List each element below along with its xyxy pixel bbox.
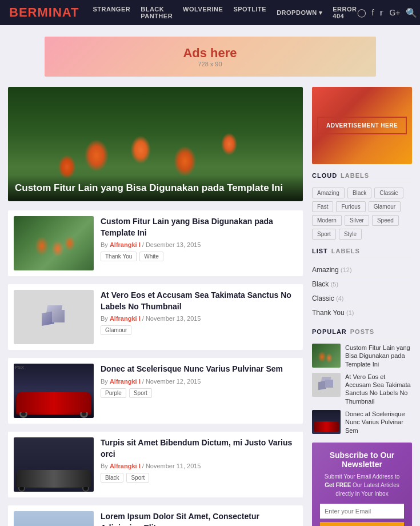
popular-title-rest: POSTS (350, 328, 374, 335)
thumb-car1-img: PSX (14, 364, 94, 418)
list-labels-section: LIST LABELS Amazing (12) Black (5) Class… (312, 248, 412, 320)
post-item: Turpis sit Amet Bibendum Dictum, mi Just… (8, 432, 303, 497)
tag-sport[interactable]: Sport (129, 388, 152, 398)
list-title-word: LIST (312, 248, 328, 254)
post-item: Custom Fitur Lain yang Bisa Digunakan pa… (8, 210, 303, 276)
tag-white[interactable]: White (139, 252, 163, 261)
post-author: Alfrangki I (110, 378, 141, 385)
cloud-tag-glamour[interactable]: Glamour (369, 201, 401, 212)
thumb-cube-img (14, 290, 94, 344)
post-author: Alfrangki I (110, 463, 141, 469)
cloud-tag-sport[interactable]: Sport (312, 229, 336, 240)
list-label-classic[interactable]: Classic (4) (312, 292, 412, 306)
left-column: Custom Fitur Lain yang Bisa Digunakan pa… (8, 87, 303, 526)
post-tags: Purple Sport (101, 388, 297, 398)
post-author: Alfrangki I (110, 315, 141, 322)
cloud-tag-modern[interactable]: Modern (312, 215, 342, 226)
search-icon[interactable]: 🔍 (406, 7, 417, 18)
sidebar-ad-button[interactable]: ADVERTISEMENT HERE (317, 117, 407, 134)
list-count-classic: (4) (336, 295, 343, 302)
featured-post[interactable]: Custom Fitur Lain yang Bisa Digunakan pa… (8, 87, 303, 201)
tag-sport2[interactable]: Sport (126, 473, 149, 483)
featured-overlay: Custom Fitur Lain yang Bisa Digunakan pa… (8, 175, 303, 201)
post-content: At Vero Eos et Accusam Sea Takimata Sanc… (101, 290, 297, 344)
thumb-car3-img (14, 511, 94, 526)
popular-thumb-1 (312, 344, 341, 368)
cloud-tag-classic[interactable]: Classic (374, 188, 403, 198)
post-item: PSX Donec at Scelerisque Nunc Varius Pul… (8, 358, 303, 424)
cloud-labels-title: CLOUD LABELS (312, 172, 412, 183)
popular-posts-title: POPULAR POSTS (312, 328, 412, 339)
popular-item: Custom Fitur Lain yang Bisa Digunakan pa… (312, 344, 412, 368)
facebook-icon[interactable]: f (372, 8, 374, 17)
nav-stranger[interactable]: STRANGER (93, 6, 130, 19)
popular-thumb-2 (312, 373, 341, 397)
post-tags: Black Sport (101, 473, 297, 483)
post-tags: Thank You White (101, 252, 297, 261)
nav-spotlite[interactable]: SPOTLITE (233, 6, 266, 19)
googleplus-icon[interactable]: G+ (389, 8, 400, 17)
post-content: Donec at Scelerisque Nunc Varius Pulvina… (101, 364, 297, 418)
main-container: Custom Fitur Lain yang Bisa Digunakan pa… (0, 87, 420, 526)
ad-banner: Ads here 728 x 90 (45, 37, 376, 77)
post-title[interactable]: Lorem Ipsum Dolor Sit Amet, Consectetur … (101, 511, 297, 526)
thumb-car2-img (14, 437, 94, 492)
cloud-tag-speed[interactable]: Speed (372, 215, 399, 226)
tag-purple[interactable]: Purple (101, 388, 126, 398)
tag-thankyou[interactable]: Thank You (101, 252, 137, 261)
cloud-labels-section: CLOUD LABELS Amazing Black Classic Fast … (312, 172, 412, 240)
popular-item: Donec at Scelerisque Nunc Varius Pulvina… (312, 410, 412, 435)
post-date: November 12, 2015 (146, 378, 201, 385)
cloud-tag-amazing[interactable]: Amazing (312, 188, 345, 198)
post-thumbnail (14, 437, 94, 492)
post-title[interactable]: At Vero Eos et Accusam Sea Takimata Sanc… (101, 290, 297, 312)
post-tags: Glamour (101, 325, 297, 335)
ad-banner-text: Ads here (183, 46, 237, 61)
nav-error404[interactable]: ERROR 404 (333, 6, 357, 19)
post-thumbnail (14, 511, 94, 526)
tag-black[interactable]: Black (101, 473, 123, 483)
post-meta: By Alfrangki I / November 11, 2015 (101, 463, 297, 469)
post-title[interactable]: Turpis sit Amet Bibendum Dictum, mi Just… (101, 437, 297, 460)
nav-wolverine[interactable]: WOLVERINE (183, 6, 223, 19)
right-sidebar: ADVERTISEMENT HERE CLOUD LABELS Amazing … (312, 87, 412, 526)
list-count-black: (5) (331, 281, 338, 288)
newsletter-text: Submit Your Email Address to Get FREE Ou… (320, 472, 404, 498)
popular-post-title-1[interactable]: Custom Fitur Lain yang Bisa Digunakan pa… (345, 344, 412, 368)
newsletter-email-input[interactable] (320, 504, 404, 519)
newsletter-section: Subscribe to Our Newsletter Submit Your … (312, 443, 412, 526)
list-labels-title: LIST LABELS (312, 248, 412, 258)
popular-item: At Vero Eos et Accusam Sea Takimata Sanc… (312, 373, 412, 405)
post-author: Alfrangki I (110, 241, 141, 248)
tag-glamour[interactable]: Glamour (101, 325, 131, 335)
list-label-thankyou[interactable]: Thank You (1) (312, 306, 412, 320)
cloud-tag-style[interactable]: Style (339, 229, 362, 240)
cloud-tag-silver[interactable]: Silver (345, 215, 369, 226)
post-meta: By Alfrangki I / November 12, 2015 (101, 378, 297, 385)
post-title[interactable]: Donec at Scelerisque Nunc Varius Pulvina… (101, 364, 297, 375)
instagram-icon[interactable]: ◯ (357, 8, 366, 17)
cloud-tag-black[interactable]: Black (347, 188, 371, 198)
cloud-tag-furious[interactable]: Furious (336, 201, 365, 212)
twitter-icon[interactable]: 𝕣 (379, 8, 383, 17)
newsletter-submit-button[interactable]: SUBMIT (320, 522, 404, 526)
ad-banner-sub: 728 x 90 (198, 61, 222, 67)
cloud-tag-fast[interactable]: Fast (312, 201, 333, 212)
post-title[interactable]: Custom Fitur Lain yang Bisa Digunakan pa… (101, 216, 297, 238)
list-label-black[interactable]: Black (5) (312, 277, 412, 292)
logo[interactable]: BERMINAT (9, 5, 79, 20)
post-date: Desember 13, 2015 (146, 241, 201, 248)
cloud-title-word: CLOUD (312, 172, 337, 179)
nav-dropdown[interactable]: DROPDOWN ▾ (277, 6, 322, 19)
popular-post-title-2[interactable]: At Vero Eos et Accusam Sea Takimata Sanc… (345, 373, 412, 405)
cloud-tags-container: Amazing Black Classic Fast Furious Glamo… (312, 188, 412, 240)
header: BERMINAT STRANGER BLACK PANTHER WOLVERIN… (0, 0, 420, 25)
post-thumbnail (14, 216, 94, 270)
newsletter-title: Subscribe to Our Newsletter (320, 451, 404, 469)
logo-b: B (9, 5, 19, 19)
post-content: Lorem Ipsum Dolor Sit Amet, Consectetur … (101, 511, 297, 526)
nav-black-panther[interactable]: BLACK PANTHER (141, 6, 173, 19)
popular-post-title-3[interactable]: Donec at Scelerisque Nunc Varius Pulvina… (345, 410, 412, 435)
sidebar-ad: ADVERTISEMENT HERE (312, 87, 412, 164)
list-label-amazing[interactable]: Amazing (12) (312, 263, 412, 277)
